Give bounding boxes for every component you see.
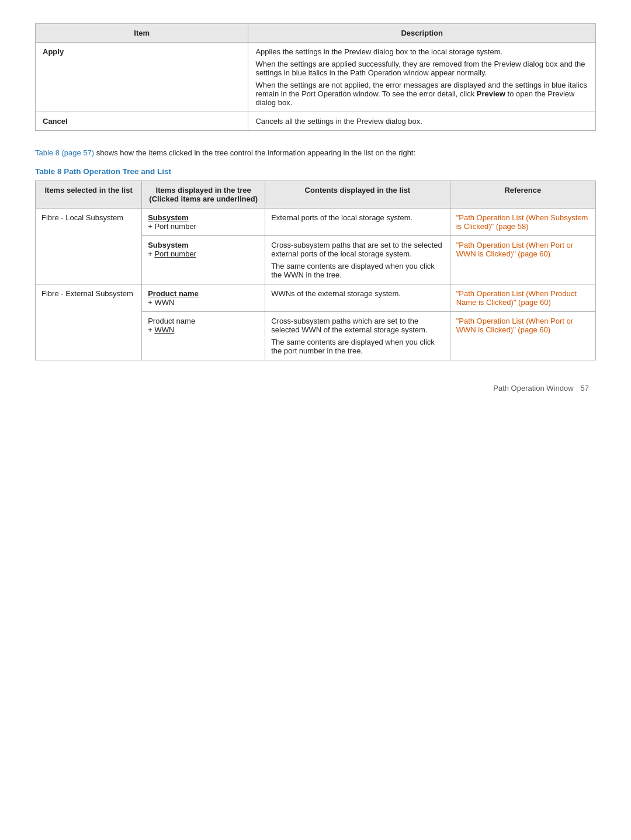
- external-ref-sub1: "Path Operation List (When Product Name …: [450, 284, 595, 311]
- cancel-description: Cancels all the settings in the Preview …: [248, 112, 596, 131]
- external-contents-sub2-p1: Cross-subsystem paths which are set to t…: [271, 317, 443, 334]
- top-table-item-header: Item: [36, 24, 248, 43]
- subsystem-label-2: Subsystem: [148, 241, 188, 249]
- preview-bold: Preview: [477, 89, 505, 98]
- apply-description: Applies the settings in the Preview dial…: [248, 43, 596, 112]
- col-items-tree: Items displayed in the tree(Clicked item…: [142, 181, 265, 208]
- apply-desc-p3: When the settings are not applied, the e…: [255, 81, 588, 107]
- local-tree-sub2: Subsystem + Port number: [142, 235, 265, 284]
- local-ref-sub1-link: "Path Operation List (When Subsystem is …: [456, 213, 588, 231]
- local-contents-sub2-p2: The same contents are displayed when you…: [271, 262, 443, 279]
- external-contents-sub1: WWNs of the external storage system.: [265, 284, 450, 311]
- fibre-external-subsystem-label: Fibre - External Subsystem: [36, 284, 142, 360]
- local-ref-sub2: "Path Operation List (When Port or WWN i…: [450, 235, 595, 284]
- external-contents-sub2: Cross-subsystem paths which are set to t…: [265, 311, 450, 360]
- table8-link[interactable]: Table 8 (page 57): [35, 148, 94, 157]
- table8-heading: Table 8 Path Operation Tree and List: [35, 167, 596, 176]
- local-contents-sub2-p1: Cross-subsystem paths that are set to th…: [271, 241, 443, 258]
- table-row-local-sub1: Fibre - Local Subsystem Subsystem + Port…: [36, 208, 596, 235]
- table8-path-operation: Items selected in the list Items display…: [35, 181, 596, 360]
- col-items-selected: Items selected in the list: [36, 181, 142, 208]
- apply-item-label: Apply: [36, 43, 248, 112]
- top-table-desc-header: Description: [248, 24, 596, 43]
- product-name-underline-1: Product name: [148, 289, 199, 298]
- apply-desc-p1: Applies the settings in the Preview dial…: [255, 47, 588, 56]
- local-ref-sub2-link: "Path Operation List (When Port or WWN i…: [456, 241, 573, 258]
- page-footer: Path Operation Window 57: [35, 384, 596, 393]
- footer-text: Path Operation Window: [493, 384, 573, 393]
- wwn-underline: WWN: [154, 325, 174, 334]
- external-ref-sub2: "Path Operation List (When Port or WWN i…: [450, 311, 595, 360]
- local-ref-sub1: "Path Operation List (When Subsystem is …: [450, 208, 595, 235]
- table-row-external-sub1: Fibre - External Subsystem Product name …: [36, 284, 596, 311]
- external-ref-sub1-link: "Path Operation List (When Product Name …: [456, 289, 577, 307]
- table-row-apply: Apply Applies the settings in the Previe…: [36, 43, 596, 112]
- top-settings-table: Item Description Apply Applies the setti…: [35, 23, 596, 131]
- footer-page-number: 57: [581, 384, 589, 393]
- external-ref-sub2-link: "Path Operation List (When Port or WWN i…: [456, 317, 573, 334]
- local-contents-sub1: External ports of the local storage syst…: [265, 208, 450, 235]
- subsystem-underline-1: Subsystem: [148, 213, 188, 222]
- fibre-local-subsystem-label: Fibre - Local Subsystem: [36, 208, 142, 284]
- external-tree-sub2: Product name + WWN: [142, 311, 265, 360]
- apply-desc-p2: When the settings are applied successful…: [255, 60, 588, 77]
- intro-paragraph: Table 8 (page 57) shows how the items cl…: [35, 147, 596, 159]
- external-tree-sub1: Product name + WWN: [142, 284, 265, 311]
- port-number-underline: Port number: [154, 249, 196, 258]
- local-contents-sub2: Cross-subsystem paths that are set to th…: [265, 235, 450, 284]
- cancel-item-label: Cancel: [36, 112, 248, 131]
- table-row-cancel: Cancel Cancels all the settings in the P…: [36, 112, 596, 131]
- local-tree-sub1: Subsystem + Port number: [142, 208, 265, 235]
- col-contents-list: Contents displayed in the list: [265, 181, 450, 208]
- cancel-desc-p1: Cancels all the settings in the Preview …: [255, 117, 588, 126]
- col-reference: Reference: [450, 181, 595, 208]
- external-contents-sub2-p2: The same contents are displayed when you…: [271, 338, 443, 355]
